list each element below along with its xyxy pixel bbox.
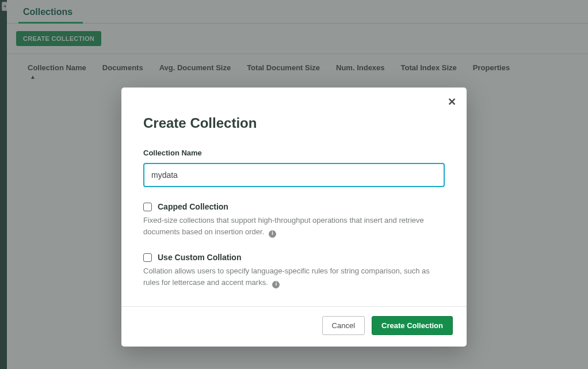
capped-checkbox[interactable] bbox=[143, 203, 152, 211]
create-collection-modal: ✕ Create Collection Collection Name Capp… bbox=[121, 88, 467, 347]
cancel-button[interactable]: Cancel bbox=[322, 316, 365, 335]
modal-title: Create Collection bbox=[143, 115, 445, 131]
collection-name-label: Collection Name bbox=[143, 149, 445, 157]
capped-help-text: Fixed-size collections that support high… bbox=[143, 215, 445, 238]
info-icon[interactable]: i bbox=[272, 281, 280, 288]
collation-help-body: Collation allows users to specify langua… bbox=[143, 267, 430, 287]
collation-checkbox[interactable] bbox=[143, 253, 152, 262]
submit-create-collection-button[interactable]: Create Collection bbox=[372, 316, 453, 335]
info-icon[interactable]: i bbox=[269, 230, 276, 238]
close-icon[interactable]: ✕ bbox=[448, 96, 456, 108]
collation-help-text: Collation allows users to specify langua… bbox=[143, 265, 445, 288]
modal-overlay[interactable]: ✕ Create Collection Collection Name Capp… bbox=[0, 0, 588, 369]
capped-label[interactable]: Capped Collection bbox=[158, 202, 228, 211]
capped-help-body: Fixed-size collections that support high… bbox=[143, 216, 424, 236]
modal-footer: Cancel Create Collection bbox=[121, 306, 467, 347]
collation-label[interactable]: Use Custom Collation bbox=[158, 253, 241, 262]
collection-name-input[interactable] bbox=[143, 163, 445, 187]
